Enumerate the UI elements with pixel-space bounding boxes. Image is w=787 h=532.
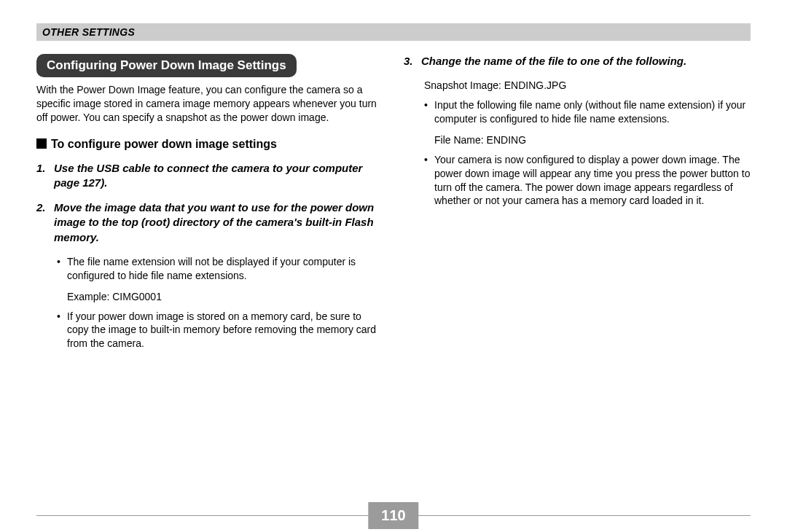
step-text: Use the USB cable to connect the camera … <box>54 161 383 191</box>
step2-bullets-2: If your power down image is stored on a … <box>36 310 383 351</box>
snapshot-line: Snapshot Image: ENDING.JPG <box>404 79 751 93</box>
section-header: OTHER SETTINGS <box>36 23 751 41</box>
square-marker-icon <box>36 138 47 149</box>
left-column: Configuring Power Down Image Settings Wi… <box>36 54 383 358</box>
bullet-item: Your camera is now configured to display… <box>424 153 751 208</box>
section-title: Configuring Power Down Image Settings <box>36 54 297 77</box>
step-2: 2. Move the image data that you want to … <box>36 200 383 245</box>
step-number: 1. <box>36 161 54 191</box>
step3-bullets: Input the following file name only (with… <box>404 98 751 126</box>
sub-heading-text: To configure power down image settings <box>51 138 277 150</box>
content-columns: Configuring Power Down Image Settings Wi… <box>36 54 751 358</box>
sub-heading: To configure power down image settings <box>36 138 383 151</box>
bullet-item: Input the following file name only (with… <box>424 98 751 126</box>
manual-page: OTHER SETTINGS Configuring Power Down Im… <box>0 0 787 532</box>
step-text: Move the image data that you want to use… <box>54 200 383 245</box>
step2-bullets: The file name extension will not be disp… <box>36 255 383 283</box>
step-number: 2. <box>36 200 54 245</box>
step3-bullets-2: Your camera is now configured to display… <box>404 153 751 208</box>
file-name-line: File Name: ENDING <box>404 133 751 147</box>
step-3: 3. Change the name of the file to one of… <box>404 54 751 69</box>
step-number: 3. <box>404 54 421 69</box>
bullet-item: The file name extension will not be disp… <box>57 255 383 283</box>
example-line: Example: CIMG0001 <box>36 290 383 304</box>
footer: 110 <box>36 515 751 516</box>
step-1: 1. Use the USB cable to connect the came… <box>36 161 383 191</box>
footer-divider: 110 <box>36 515 751 516</box>
bullet-item: If your power down image is stored on a … <box>57 310 383 351</box>
step-text: Change the name of the file to one of th… <box>421 54 686 69</box>
intro-paragraph: With the Power Down Image feature, you c… <box>36 83 383 125</box>
right-column: 3. Change the name of the file to one of… <box>404 54 751 358</box>
page-number: 110 <box>368 502 418 529</box>
